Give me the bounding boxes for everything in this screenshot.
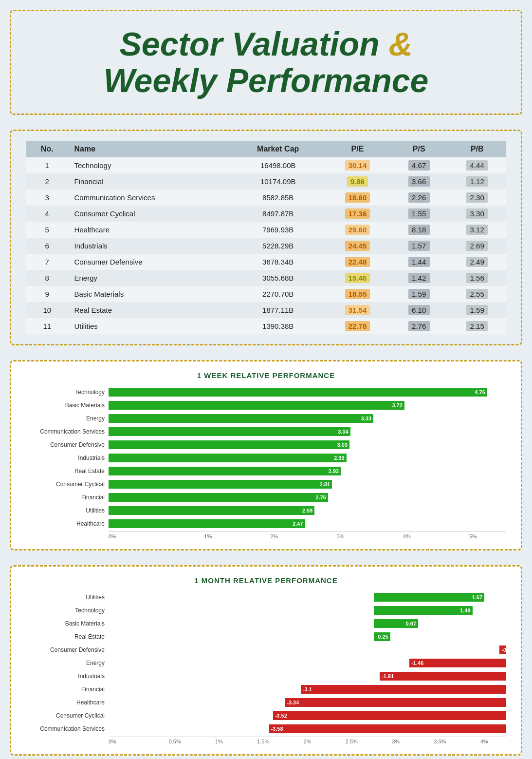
week-chart-section: 1 WEEK RELATIVE PERFORMANCE Technology 4… — [10, 360, 522, 550]
cell-no: 7 — [26, 254, 69, 270]
bar-value: -1.46 — [411, 660, 423, 666]
bar-row: Consumer Cyclical 2.81 — [26, 479, 506, 490]
cell-market-cap: 1390.38B — [231, 318, 325, 334]
bar-container-1m: 0.67 — [109, 619, 506, 628]
cell-pe: 17.36 — [325, 206, 390, 222]
cell-pb: 4.44 — [448, 157, 506, 173]
cell-no: 2 — [26, 173, 69, 190]
bar-positive: 1.67 — [374, 593, 484, 602]
cell-pb: 2.55 — [448, 286, 506, 302]
month-chart-title: 1 MONTH RELATIVE PERFORMANCE — [26, 576, 506, 585]
x-tick: 2% — [241, 532, 307, 539]
x-tick: 3.5% — [418, 737, 462, 744]
bar-row: Industrials 2.99 — [26, 453, 506, 463]
bar-value: -0.1 — [501, 647, 511, 653]
cell-no: 10 — [26, 302, 69, 318]
bar-value: 2.92 — [329, 468, 339, 474]
bar-container: 2.76 — [109, 493, 506, 502]
bar-label: Basic Materials — [26, 402, 109, 409]
bar-value: 2.81 — [320, 481, 330, 487]
cell-name: Technology — [69, 157, 231, 173]
bar-label: Financial — [26, 494, 109, 501]
col-pb: P/B — [448, 141, 506, 157]
bar-value: 1.49 — [460, 607, 470, 613]
col-ps: P/S — [390, 141, 448, 157]
table-row: 10 Real Estate 1877.11B 31.54 6.10 1.59 — [26, 302, 506, 318]
bar-value: -3.58 — [271, 726, 283, 732]
cell-pe: 30.14 — [325, 157, 390, 173]
cell-name: Utilities — [69, 318, 231, 334]
bar-value: 2.76 — [316, 494, 326, 500]
cell-ps: 1.57 — [390, 238, 448, 254]
bar-value: 3.33 — [361, 416, 371, 421]
cell-pe: 31.54 — [325, 302, 390, 318]
cell-no: 1 — [26, 157, 69, 173]
bar-container-1m: -0.1 — [109, 645, 506, 654]
bar-label: Consumer Cyclical — [26, 481, 109, 488]
cell-no: 8 — [26, 270, 69, 286]
bar-value: 1.67 — [472, 594, 482, 600]
cell-market-cap: 3678.34B — [231, 254, 325, 270]
bar-label: Energy — [26, 660, 109, 666]
bar-label: Healthcare — [26, 520, 109, 527]
cell-pb: 3.12 — [448, 222, 506, 238]
month-bar-chart: Utilities 1.67 Technology 1.49 Basic Mat… — [26, 592, 506, 744]
cell-pe: 24.45 — [325, 238, 390, 254]
cell-no: 11 — [26, 318, 69, 334]
table-row: 5 Healthcare 7969.93B 29.60 8.18 3.12 — [26, 222, 506, 238]
bar-value: 3.03 — [337, 442, 348, 448]
bar-label: Utilities — [26, 507, 109, 514]
x-tick: 2% — [285, 737, 330, 744]
bar-value: 2.99 — [334, 455, 344, 461]
bar-row: Utilities 2.59 — [26, 505, 506, 516]
x-tick: 2.5% — [330, 737, 374, 744]
x-tick: 3% — [374, 737, 418, 744]
main-title: Sector Valuation & Weekly Performance — [31, 26, 501, 99]
week-bar-chart: Technology 4.76 Basic Materials 3.72 Ene… — [26, 387, 506, 539]
bar-container-1m: -3.52 — [109, 711, 506, 720]
bar-label: Industrials — [26, 455, 109, 461]
cell-ps: 4.67 — [390, 157, 448, 173]
bar-label: Industrials — [26, 673, 109, 680]
cell-pe: 15.46 — [325, 270, 390, 286]
table-row: 6 Industrials 5228.29B 24.45 1.57 2.69 — [26, 238, 506, 254]
cell-pe: 9.86 — [325, 173, 390, 190]
col-pe: P/E — [325, 141, 390, 157]
bar-positive: 2.92 — [109, 467, 341, 475]
cell-pb: 3.30 — [448, 206, 506, 222]
x-tick: 1.5% — [241, 737, 285, 744]
cell-market-cap: 10174.09B — [231, 173, 325, 190]
bar-positive: 1.49 — [374, 606, 473, 615]
x-tick: 3% — [308, 532, 374, 539]
table-row: 4 Consumer Cyclical 8497.87B 17.36 1.55 … — [26, 206, 506, 222]
bar-container-1m: 1.67 — [109, 593, 506, 602]
title-line1: Sector Valuation — [119, 25, 379, 62]
bar-row: Basic Materials 3.72 — [26, 400, 506, 411]
cell-name: Healthcare — [69, 222, 231, 238]
bar-row: Consumer Defensive 3.03 — [26, 439, 506, 450]
bar-value: 3.72 — [392, 402, 402, 408]
bar-positive: 2.81 — [109, 480, 332, 489]
bar-label: Real Estate — [26, 468, 109, 474]
bar-row-1m: Consumer Cyclical -3.52 — [26, 710, 506, 721]
bar-row-1m: Consumer Defensive -0.1 — [26, 645, 506, 655]
cell-market-cap: 8497.87B — [231, 206, 325, 222]
table-section: No. Name Market Cap P/E P/S P/B 1 Techno… — [10, 130, 522, 345]
bar-positive: 3.03 — [109, 440, 349, 449]
cell-ps: 1.42 — [390, 270, 448, 286]
cell-name: Financial — [69, 173, 231, 190]
cell-pb: 2.15 — [448, 318, 506, 334]
bar-row: Energy 3.33 — [26, 413, 506, 424]
bar-row: Real Estate 2.92 — [26, 466, 506, 476]
bar-container: 3.72 — [109, 401, 506, 410]
bar-row: Communication Services 3.04 — [26, 426, 506, 437]
cell-name: Real Estate — [69, 302, 231, 318]
bar-value: -3.52 — [275, 713, 287, 719]
ampersand: & — [388, 25, 412, 62]
bar-container: 2.92 — [109, 467, 506, 475]
table-header-row: No. Name Market Cap P/E P/S P/B — [26, 141, 506, 157]
cell-market-cap: 16498.00B — [231, 157, 325, 173]
table-row: 3 Communication Services 8582.85B 18.60 … — [26, 190, 506, 206]
week-chart-title: 1 WEEK RELATIVE PERFORMANCE — [26, 371, 506, 380]
col-name: Name — [69, 141, 231, 157]
